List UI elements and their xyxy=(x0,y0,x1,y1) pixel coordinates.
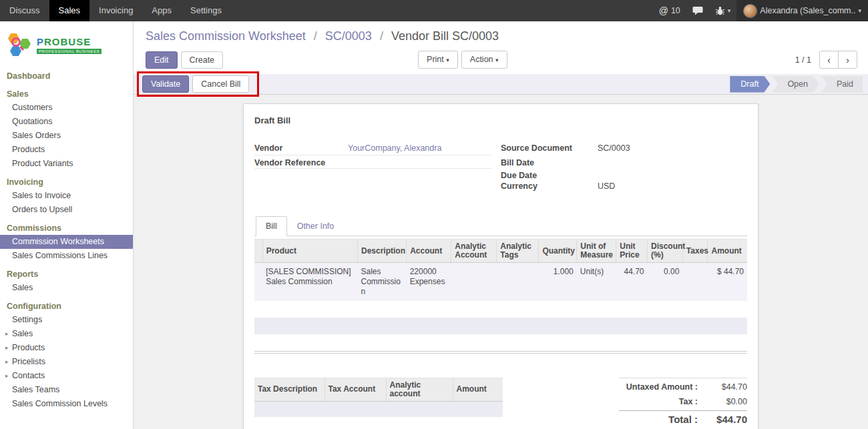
tab-other-info[interactable]: Other Info xyxy=(287,216,345,236)
logo-hexagons-icon xyxy=(7,32,32,57)
sidebar-section-configuration[interactable]: Configuration xyxy=(0,300,133,313)
sidebar-section-dashboard[interactable]: Dashboard xyxy=(0,69,133,83)
breadcrumb-worksheet-record[interactable]: SC/0003 xyxy=(325,29,372,43)
empty-line-row xyxy=(254,301,747,318)
bill-date-value xyxy=(598,156,747,165)
col-unit-of-measure: Unit of Measure xyxy=(577,240,616,263)
pager: ‹ › xyxy=(819,51,857,69)
sidebar-item-quotations[interactable]: Quotations xyxy=(0,115,133,129)
due-date-label: Due Date xyxy=(501,171,598,180)
cell-account: 220000 Expenses xyxy=(407,263,451,302)
vendor-reference-value xyxy=(348,156,491,165)
menu-settings[interactable]: Settings xyxy=(181,0,231,21)
source-document-value: SC/0003 xyxy=(598,143,747,153)
sidebar-item-sales-commissions-lines[interactable]: Sales Commissions Lines xyxy=(0,249,133,263)
cell-quantity: 1.000 xyxy=(539,263,577,302)
sidebar-item-sales-to-invoice[interactable]: Sales to Invoice xyxy=(0,189,133,203)
create-button[interactable]: Create xyxy=(181,51,224,69)
col-tax-account: Tax Account xyxy=(324,378,386,401)
sidebar-section-sales[interactable]: Sales xyxy=(0,87,133,101)
sidebar-item-orders-to-upsell[interactable]: Orders to Upsell xyxy=(0,203,133,217)
tax-lines-table: Tax Description Tax Account Analytic acc… xyxy=(254,378,503,429)
currency-value: USD xyxy=(598,181,747,191)
sidebar-item-product-variants[interactable]: Product Variants xyxy=(0,157,133,171)
sidebar: PROBUSE PROFESSIONAL BUSINESS Dashboard … xyxy=(0,21,134,429)
messages-button[interactable] xyxy=(686,0,709,21)
secondary-menu: Dashboard Sales Customers Quotations Sal… xyxy=(0,69,133,411)
mentions-button[interactable]: @ 10 xyxy=(653,0,686,21)
invoice-lines-table: Product Description Account Analytic Acc… xyxy=(254,239,747,352)
pager-previous-button[interactable]: ‹ xyxy=(819,51,839,69)
validate-button[interactable]: Validate xyxy=(142,75,189,93)
sidebar-item-sales-teams[interactable]: Sales Teams xyxy=(0,383,133,397)
debug-menu-button[interactable]: ▾ xyxy=(709,0,737,21)
mention-icon: @ xyxy=(659,5,668,16)
col-quantity: Quantity xyxy=(539,240,577,263)
field-vendor-reference: Vendor Reference xyxy=(254,155,491,169)
col-tax-amount: Amount xyxy=(453,378,503,401)
vendor-reference-label: Vendor Reference xyxy=(254,158,348,167)
tab-bill[interactable]: Bill xyxy=(256,216,287,236)
doc-state-title: Draft Bill xyxy=(254,115,747,125)
col-tax-analytic-account: Analytic account xyxy=(386,378,453,401)
sidebar-item-reports-sales[interactable]: Sales xyxy=(0,281,133,295)
cell-amount: $ 44.70 xyxy=(708,263,747,302)
magnifier-icon xyxy=(11,37,21,47)
menu-discuss[interactable]: Discuss xyxy=(0,0,49,21)
vendor-value[interactable]: YourCompany, Alexandra xyxy=(348,143,491,153)
col-taxes: Taxes xyxy=(682,240,708,263)
field-due-date: Due Date xyxy=(501,168,747,181)
untaxed-amount-value: $44.70 xyxy=(706,382,747,392)
print-label: Print xyxy=(427,55,444,64)
topbar-systray: @ 10 ▾ Alexandra (Sales_comm.. ▾ xyxy=(653,0,868,21)
pager-next-button[interactable]: › xyxy=(838,51,857,69)
sidebar-section-commissions[interactable]: Commissions xyxy=(0,222,133,235)
user-menu[interactable]: Alexandra (Sales_comm.. ▾ xyxy=(736,0,868,21)
empty-line-row xyxy=(254,318,747,334)
sidebar-item-commission-worksheets[interactable]: Commission Worksheets xyxy=(0,235,133,249)
cancel-bill-button[interactable]: Cancel Bill xyxy=(192,75,249,93)
sidebar-item-customers[interactable]: Customers xyxy=(0,101,133,115)
menu-invoicing[interactable]: Invoicing xyxy=(89,0,142,21)
empty-tax-row xyxy=(254,417,503,429)
cell-description: Sales Commission xyxy=(358,263,407,302)
cell-taxes xyxy=(682,263,708,302)
sidebar-item-config-contacts[interactable]: ▸ Contacts xyxy=(0,369,133,383)
sidebar-item-config-pricelists[interactable]: ▸ Pricelists xyxy=(0,355,133,369)
empty-tax-row xyxy=(254,401,503,417)
cell-product: [SALES COMMISSION] Sales Commission xyxy=(262,263,357,302)
sidebar-section-invoicing[interactable]: Invoicing xyxy=(0,175,133,189)
col-handle xyxy=(254,240,262,263)
col-account: Account xyxy=(407,240,451,263)
state-draft: Draft xyxy=(730,76,770,93)
tax-row: Tax : $0.00 xyxy=(619,394,747,409)
edit-button[interactable]: Edit xyxy=(146,51,178,69)
sidebar-item-products[interactable]: Products xyxy=(0,143,133,157)
company-logo[interactable]: PROBUSE PROFESSIONAL BUSINESS xyxy=(0,21,133,69)
sidebar-item-config-sales[interactable]: ▸ Sales xyxy=(0,327,133,341)
untaxed-amount-row: Untaxed Amount : $44.70 xyxy=(619,380,747,394)
cell-handle xyxy=(254,263,262,302)
action-dropdown[interactable]: Action ▾ xyxy=(461,51,507,69)
col-product: Product xyxy=(262,240,357,263)
sidebar-item-config-products[interactable]: ▸ Products xyxy=(0,341,133,355)
breadcrumb-worksheet-list[interactable]: Sales Commission Worksheet xyxy=(146,29,306,43)
logo-title: PROBUSE xyxy=(37,36,101,47)
invoice-line-row[interactable]: [SALES COMMISSION] Sales Commission Sale… xyxy=(254,263,747,302)
col-analytic-tags: Analytic Tags xyxy=(497,240,539,263)
bug-icon xyxy=(715,6,725,16)
chevron-down-icon: ▾ xyxy=(858,7,861,14)
logo-subtitle: PROFESSIONAL BUSINESS xyxy=(37,49,101,54)
control-panel: Sales Commission Worksheet / SC/0003 / V… xyxy=(134,21,868,45)
menu-sales[interactable]: Sales xyxy=(49,0,90,21)
cell-discount: 0.00 xyxy=(648,263,683,302)
menu-apps[interactable]: Apps xyxy=(142,0,181,21)
tax-label: Tax : xyxy=(619,397,706,406)
sidebar-item-config-settings[interactable]: Settings xyxy=(0,313,133,327)
chevron-down-icon: ▾ xyxy=(495,57,499,63)
sidebar-section-reports[interactable]: Reports xyxy=(0,268,133,281)
sidebar-item-sales-commission-levels[interactable]: Sales Commission Levels xyxy=(0,397,133,411)
sidebar-item-sales-orders[interactable]: Sales Orders xyxy=(0,129,133,143)
col-discount: Discount (%) xyxy=(648,240,683,263)
print-dropdown[interactable]: Print ▾ xyxy=(418,51,458,69)
